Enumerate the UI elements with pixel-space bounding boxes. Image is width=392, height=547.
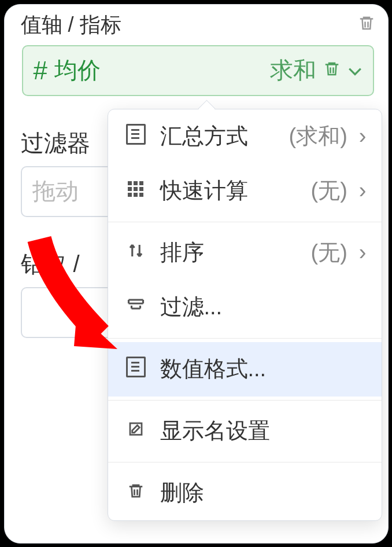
menu-extra: (求和) <box>289 122 347 151</box>
menu-item-delete[interactable]: 删除 <box>108 466 382 520</box>
value-axis-title: 值轴 / 指标 <box>21 11 121 39</box>
menu-extra: (无) <box>311 238 347 267</box>
menu-item-quick-calc[interactable]: 快速计算 (无) › <box>108 164 382 218</box>
aggregation-label: 求和 <box>270 54 316 86</box>
sort-icon <box>123 241 149 265</box>
config-panel: 值轴 / 指标 # 均价 求和 过滤器 拖动 钻取 <box>4 4 389 544</box>
menu-extra: (无) <box>311 176 347 205</box>
value-axis-header: 值轴 / 指标 <box>21 8 375 43</box>
filter-placeholder: 拖动 <box>32 175 79 207</box>
menu-item-display-name[interactable]: 显示名设置 <box>108 404 382 458</box>
menu-divider <box>108 338 382 339</box>
list-icon <box>123 124 149 149</box>
pill-delete-icon[interactable] <box>323 57 341 83</box>
menu-item-aggregation[interactable]: 汇总方式 (求和) › <box>108 109 382 164</box>
menu-item-sort[interactable]: 排序 (无) › <box>108 226 382 280</box>
menu-label: 汇总方式 <box>160 122 278 151</box>
chevron-right-icon: › <box>359 178 367 203</box>
menu-label: 过滤... <box>160 292 367 322</box>
pill-dropdown-icon[interactable] <box>347 59 363 82</box>
filter-icon <box>123 296 149 318</box>
field-context-menu: 汇总方式 (求和) › 快速计算 (无) › 排序 (无) › <box>108 109 382 521</box>
list-icon <box>123 357 149 382</box>
menu-label: 排序 <box>160 238 299 267</box>
menu-label: 显示名设置 <box>160 416 367 446</box>
menu-item-filter[interactable]: 过滤... <box>108 280 382 335</box>
grid-icon <box>123 179 149 202</box>
clear-axis-icon[interactable] <box>358 14 375 36</box>
panel-inner: 值轴 / 指标 # 均价 求和 过滤器 拖动 钻取 <box>5 5 388 543</box>
menu-divider <box>108 462 382 462</box>
menu-label: 数值格式... <box>160 354 367 384</box>
menu-label: 删除 <box>160 478 367 508</box>
menu-item-number-format[interactable]: 数值格式... <box>108 342 382 397</box>
annotation-arrow <box>22 233 120 355</box>
chevron-right-icon: › <box>359 240 367 265</box>
menu-divider <box>108 222 382 222</box>
pill-right: 求和 <box>270 54 363 86</box>
menu-divider <box>108 400 382 401</box>
hash-icon: # <box>34 56 47 85</box>
trash-icon <box>123 482 149 505</box>
menu-label: 快速计算 <box>160 176 299 205</box>
pill-left: # 均价 <box>34 54 270 86</box>
edit-icon <box>123 420 149 442</box>
chevron-right-icon: › <box>359 124 367 149</box>
field-name: 均价 <box>54 54 101 86</box>
measure-field-pill[interactable]: # 均价 求和 <box>22 45 374 96</box>
